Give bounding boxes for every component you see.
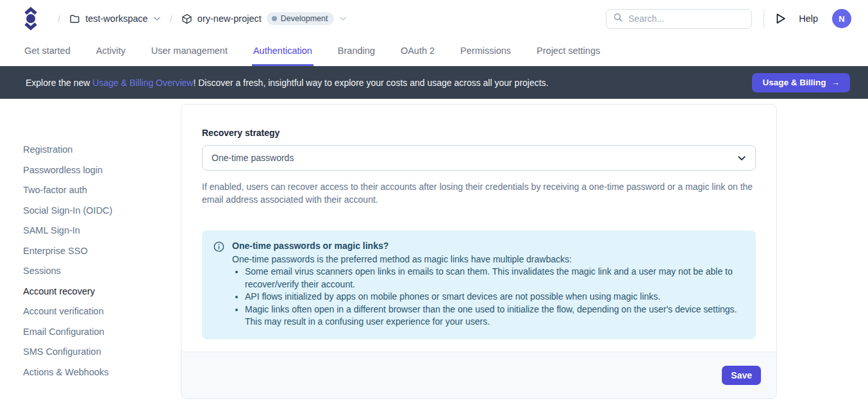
tab-permissions[interactable]: Permissions: [459, 37, 512, 66]
chevron-down-icon: [737, 152, 746, 164]
sidebar-item-enterprise-sso[interactable]: Enterprise SSO: [23, 241, 88, 262]
info-box-intro: One-time passwords is the preferred meth…: [232, 253, 743, 266]
sidebar-item-email-configuration[interactable]: Email Configuration: [23, 322, 104, 343]
usage-billing-banner: Explore the new Usage & Billing Overview…: [0, 66, 868, 99]
select-value: One-time passwords: [212, 153, 737, 163]
sidebar-item-account-recovery[interactable]: Account recovery: [23, 282, 95, 302]
sidebar-item-saml-sign-in[interactable]: SAML Sign-In: [23, 221, 80, 241]
recovery-strategy-select[interactable]: One-time passwords: [202, 145, 756, 171]
info-bullet-list: Some email virus scanners open links in …: [232, 266, 743, 328]
ory-logo-icon: [23, 7, 38, 30]
arrow-right-icon: →: [831, 78, 840, 87]
help-button[interactable]: Help: [799, 13, 818, 24]
sidebar-item-sessions[interactable]: Sessions: [23, 261, 61, 282]
banner-text: Explore the new Usage & Billing Overview…: [26, 78, 549, 88]
top-bar: / test-workspace / ory-new-project: [0, 0, 868, 37]
tab-user-management[interactable]: User management: [150, 37, 229, 66]
recovery-strategy-description: If enabled, users can recover access to …: [202, 180, 756, 206]
project-switcher[interactable]: ory-new-project Development: [181, 12, 347, 25]
tab-oauth2[interactable]: OAuth 2: [399, 37, 436, 66]
card-body: Recovery strategy One-time passwords If …: [181, 105, 776, 352]
usage-billing-button[interactable]: Usage & Billing →: [752, 73, 850, 92]
breadcrumb-separator: /: [58, 13, 60, 24]
workspace-name: test-workspace: [85, 13, 148, 24]
package-icon: [181, 13, 192, 24]
project-name: ory-new-project: [197, 13, 262, 24]
play-button[interactable]: [776, 13, 786, 24]
card-footer: Save: [181, 352, 776, 398]
ory-console-page: / test-workspace / ory-new-project: [0, 0, 868, 401]
search-box[interactable]: [606, 9, 752, 29]
tab-get-started[interactable]: Get started: [23, 37, 72, 66]
info-box-content: One-time passwords or magic links? One-t…: [232, 240, 743, 328]
usage-billing-overview-link[interactable]: Usage & Billing Overview: [92, 78, 193, 88]
sidebar-item-actions-webhooks[interactable]: Actions & Webhooks: [23, 363, 109, 383]
tab-authentication[interactable]: Authentication: [252, 37, 313, 66]
save-button[interactable]: Save: [722, 366, 761, 385]
account-recovery-card: Recovery strategy One-time passwords If …: [181, 104, 777, 399]
sidebar-item-passwordless-login[interactable]: Passwordless login: [23, 160, 103, 181]
topbar-divider: [764, 10, 764, 28]
sidebar-item-social-sign-in[interactable]: Social Sign-In (OIDC): [23, 201, 112, 221]
sidebar-item-account-verification[interactable]: Account verification: [23, 302, 104, 322]
tab-branding[interactable]: Branding: [337, 37, 376, 66]
info-icon: [213, 241, 224, 328]
sidebar-item-registration[interactable]: Registration: [23, 140, 72, 160]
tab-project-settings[interactable]: Project settings: [535, 37, 601, 66]
info-bullet: API flows initialized by apps on mobile …: [245, 291, 743, 303]
project-nav-tabs: Get started Activity User management Aut…: [0, 37, 868, 66]
chevron-down-icon: [339, 16, 347, 21]
authentication-sidebar: Registration Passwordless login Two-fact…: [0, 99, 181, 401]
environment-dot-icon: [272, 16, 277, 21]
info-box-title: One-time passwords or magic links?: [232, 240, 743, 253]
environment-label: Development: [281, 14, 328, 23]
sidebar-item-sms-configuration[interactable]: SMS Configuration: [23, 342, 101, 363]
recovery-strategy-label: Recovery strategy: [202, 128, 756, 138]
chevron-down-icon: [153, 16, 161, 21]
content-area: Registration Passwordless login Two-fact…: [0, 99, 868, 401]
info-bullet: Some email virus scanners open links in …: [245, 266, 743, 291]
info-bullet: Magic links often open in a different br…: [245, 303, 743, 328]
environment-badge: Development: [267, 12, 335, 25]
tab-activity[interactable]: Activity: [95, 37, 127, 66]
info-box: One-time passwords or magic links? One-t…: [202, 230, 756, 339]
search-icon: [613, 12, 623, 25]
workspace-switcher[interactable]: test-workspace: [69, 13, 161, 24]
sidebar-item-two-factor-auth[interactable]: Two-factor auth: [23, 180, 87, 201]
user-avatar[interactable]: N: [832, 9, 851, 28]
search-input[interactable]: [628, 13, 745, 24]
folder-icon: [69, 13, 80, 24]
breadcrumb-separator: /: [170, 13, 172, 24]
